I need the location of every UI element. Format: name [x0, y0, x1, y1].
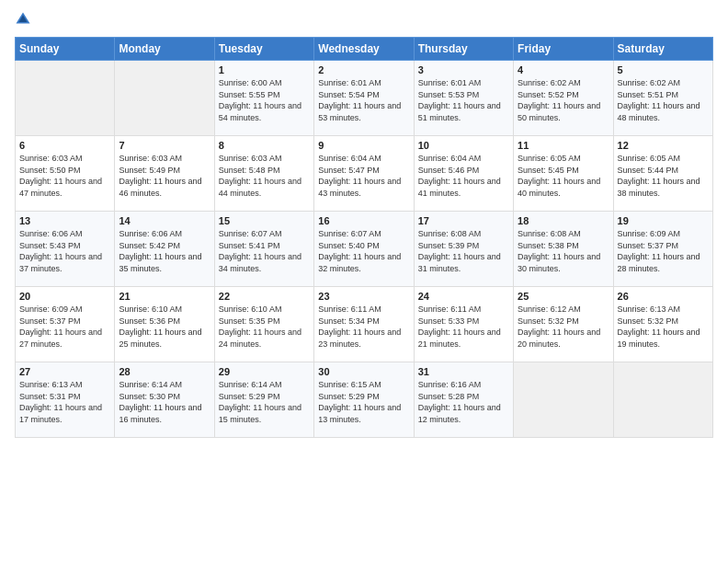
day-number: 5 [618, 64, 709, 75]
cell-info: Sunrise: 6:10 AMSunset: 5:36 PMDaylight:… [119, 304, 210, 350]
day-number: 9 [318, 140, 409, 151]
day-number: 28 [119, 366, 210, 377]
cell-info: Sunrise: 6:13 AMSunset: 5:31 PMDaylight:… [19, 379, 110, 425]
calendar-cell [514, 362, 613, 438]
day-number: 25 [518, 291, 609, 302]
cell-info: Sunrise: 6:07 AMSunset: 5:41 PMDaylight:… [219, 228, 310, 274]
day-number: 12 [618, 140, 709, 151]
week-row-4: 20Sunrise: 6:09 AMSunset: 5:37 PMDayligh… [16, 287, 713, 362]
day-headers-row: SundayMondayTuesdayWednesdayThursdayFrid… [16, 38, 713, 61]
day-number: 24 [418, 291, 509, 302]
cell-info: Sunrise: 6:14 AMSunset: 5:30 PMDaylight:… [119, 379, 210, 425]
calendar-cell: 31Sunrise: 6:16 AMSunset: 5:28 PMDayligh… [414, 362, 513, 438]
day-number: 13 [19, 215, 110, 226]
cell-info: Sunrise: 6:01 AMSunset: 5:54 PMDaylight:… [318, 77, 409, 123]
calendar-cell: 14Sunrise: 6:06 AMSunset: 5:42 PMDayligh… [115, 212, 214, 287]
cell-info: Sunrise: 6:01 AMSunset: 5:53 PMDaylight:… [418, 77, 509, 123]
day-header-wednesday: Wednesday [314, 38, 414, 61]
day-number: 29 [219, 366, 310, 377]
calendar-cell: 12Sunrise: 6:05 AMSunset: 5:44 PMDayligh… [613, 136, 712, 212]
logo-icon [15, 11, 31, 28]
calendar-cell: 5Sunrise: 6:02 AMSunset: 5:51 PMDaylight… [613, 61, 712, 136]
calendar-cell: 18Sunrise: 6:08 AMSunset: 5:38 PMDayligh… [514, 212, 613, 287]
cell-info: Sunrise: 6:07 AMSunset: 5:40 PMDaylight:… [318, 228, 409, 274]
cell-info: Sunrise: 6:15 AMSunset: 5:29 PMDaylight:… [318, 379, 409, 425]
week-row-3: 13Sunrise: 6:06 AMSunset: 5:43 PMDayligh… [16, 212, 713, 287]
calendar-cell: 9Sunrise: 6:04 AMSunset: 5:47 PMDaylight… [314, 136, 414, 212]
cell-info: Sunrise: 6:00 AMSunset: 5:55 PMDaylight:… [219, 77, 310, 123]
day-number: 15 [219, 215, 310, 226]
day-header-monday: Monday [115, 38, 214, 61]
day-number: 31 [418, 366, 509, 377]
calendar-cell: 2Sunrise: 6:01 AMSunset: 5:54 PMDaylight… [314, 61, 414, 136]
header [15, 11, 713, 28]
cell-info: Sunrise: 6:08 AMSunset: 5:38 PMDaylight:… [518, 228, 609, 274]
calendar-cell: 17Sunrise: 6:08 AMSunset: 5:39 PMDayligh… [414, 212, 513, 287]
day-header-thursday: Thursday [414, 38, 513, 61]
day-number: 14 [119, 215, 210, 226]
calendar-cell: 26Sunrise: 6:13 AMSunset: 5:32 PMDayligh… [613, 287, 712, 362]
cell-info: Sunrise: 6:13 AMSunset: 5:32 PMDaylight:… [618, 304, 709, 350]
calendar-cell: 7Sunrise: 6:03 AMSunset: 5:49 PMDaylight… [115, 136, 214, 212]
cell-info: Sunrise: 6:03 AMSunset: 5:48 PMDaylight:… [219, 153, 310, 199]
cell-info: Sunrise: 6:09 AMSunset: 5:37 PMDaylight:… [618, 228, 709, 274]
calendar-cell: 23Sunrise: 6:11 AMSunset: 5:34 PMDayligh… [314, 287, 414, 362]
calendar-cell: 16Sunrise: 6:07 AMSunset: 5:40 PMDayligh… [314, 212, 414, 287]
day-number: 4 [518, 64, 609, 75]
day-number: 7 [119, 140, 210, 151]
calendar-cell: 22Sunrise: 6:10 AMSunset: 5:35 PMDayligh… [214, 287, 313, 362]
calendar-cell: 25Sunrise: 6:12 AMSunset: 5:32 PMDayligh… [514, 287, 613, 362]
calendar-cell: 8Sunrise: 6:03 AMSunset: 5:48 PMDaylight… [214, 136, 313, 212]
calendar-cell: 11Sunrise: 6:05 AMSunset: 5:45 PMDayligh… [514, 136, 613, 212]
week-row-2: 6Sunrise: 6:03 AMSunset: 5:50 PMDaylight… [16, 136, 713, 212]
calendar-cell: 6Sunrise: 6:03 AMSunset: 5:50 PMDaylight… [16, 136, 115, 212]
day-number: 1 [219, 64, 310, 75]
day-number: 3 [418, 64, 509, 75]
day-number: 10 [418, 140, 509, 151]
day-number: 23 [318, 291, 409, 302]
day-number: 19 [618, 215, 709, 226]
calendar-header: SundayMondayTuesdayWednesdayThursdayFrid… [16, 38, 713, 61]
day-number: 27 [19, 366, 110, 377]
logo [15, 11, 35, 28]
day-number: 30 [318, 366, 409, 377]
cell-info: Sunrise: 6:10 AMSunset: 5:35 PMDaylight:… [219, 304, 310, 350]
cell-info: Sunrise: 6:02 AMSunset: 5:51 PMDaylight:… [618, 77, 709, 123]
day-number: 21 [119, 291, 210, 302]
day-header-tuesday: Tuesday [214, 38, 313, 61]
day-number: 16 [318, 215, 409, 226]
cell-info: Sunrise: 6:04 AMSunset: 5:47 PMDaylight:… [318, 153, 409, 199]
calendar-cell [16, 61, 115, 136]
week-row-1: 1Sunrise: 6:00 AMSunset: 5:55 PMDaylight… [16, 61, 713, 136]
cell-info: Sunrise: 6:11 AMSunset: 5:33 PMDaylight:… [418, 304, 509, 350]
cell-info: Sunrise: 6:05 AMSunset: 5:45 PMDaylight:… [518, 153, 609, 199]
calendar-cell: 3Sunrise: 6:01 AMSunset: 5:53 PMDaylight… [414, 61, 513, 136]
calendar-cell: 24Sunrise: 6:11 AMSunset: 5:33 PMDayligh… [414, 287, 513, 362]
calendar-body: 1Sunrise: 6:00 AMSunset: 5:55 PMDaylight… [16, 61, 713, 438]
calendar-cell: 30Sunrise: 6:15 AMSunset: 5:29 PMDayligh… [314, 362, 414, 438]
cell-info: Sunrise: 6:11 AMSunset: 5:34 PMDaylight:… [318, 304, 409, 350]
calendar-cell: 29Sunrise: 6:14 AMSunset: 5:29 PMDayligh… [214, 362, 313, 438]
day-header-friday: Friday [514, 38, 613, 61]
calendar-cell: 4Sunrise: 6:02 AMSunset: 5:52 PMDaylight… [514, 61, 613, 136]
day-number: 17 [418, 215, 509, 226]
calendar-cell [115, 61, 214, 136]
day-number: 8 [219, 140, 310, 151]
calendar-cell: 10Sunrise: 6:04 AMSunset: 5:46 PMDayligh… [414, 136, 513, 212]
day-number: 2 [318, 64, 409, 75]
calendar-cell: 28Sunrise: 6:14 AMSunset: 5:30 PMDayligh… [115, 362, 214, 438]
cell-info: Sunrise: 6:04 AMSunset: 5:46 PMDaylight:… [418, 153, 509, 199]
day-header-saturday: Saturday [613, 38, 712, 61]
cell-info: Sunrise: 6:12 AMSunset: 5:32 PMDaylight:… [518, 304, 609, 350]
cell-info: Sunrise: 6:16 AMSunset: 5:28 PMDaylight:… [418, 379, 509, 425]
day-number: 18 [518, 215, 609, 226]
day-number: 6 [19, 140, 110, 151]
calendar-cell: 1Sunrise: 6:00 AMSunset: 5:55 PMDaylight… [214, 61, 313, 136]
calendar-cell: 27Sunrise: 6:13 AMSunset: 5:31 PMDayligh… [16, 362, 115, 438]
day-number: 26 [618, 291, 709, 302]
calendar-cell: 15Sunrise: 6:07 AMSunset: 5:41 PMDayligh… [214, 212, 313, 287]
calendar-table: SundayMondayTuesdayWednesdayThursdayFrid… [15, 37, 713, 438]
calendar-cell: 20Sunrise: 6:09 AMSunset: 5:37 PMDayligh… [16, 287, 115, 362]
cell-info: Sunrise: 6:06 AMSunset: 5:42 PMDaylight:… [119, 228, 210, 274]
week-row-5: 27Sunrise: 6:13 AMSunset: 5:31 PMDayligh… [16, 362, 713, 438]
